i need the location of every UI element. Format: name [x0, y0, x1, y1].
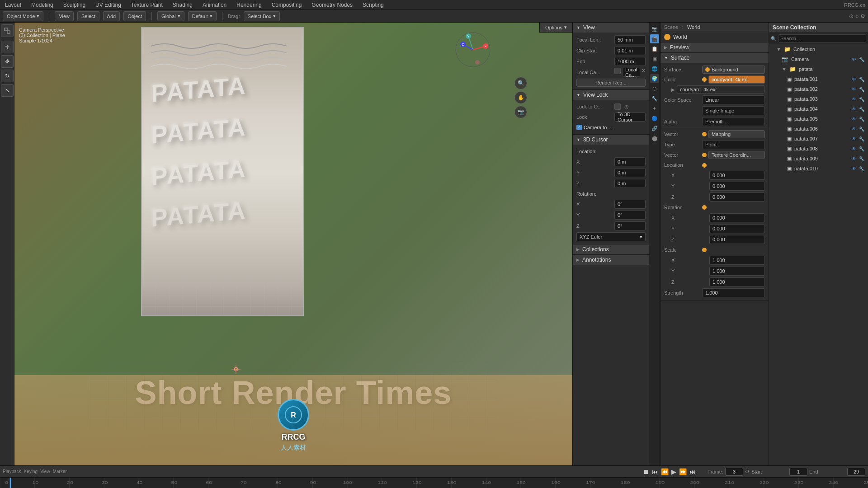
select-tool[interactable]: [1, 24, 14, 37]
lock-obj-pick[interactable]: ◎: [624, 104, 629, 110]
cursor-rz-value[interactable]: 0°: [614, 221, 646, 230]
scene-properties-icon[interactable]: 📷: [650, 24, 659, 33]
patata-006[interactable]: ▣ patata.006 👁 🔧: [769, 124, 868, 134]
view-lock-header[interactable]: ▼ View Lock: [573, 90, 649, 100]
patata-002[interactable]: ▣ patata.002 👁 🔧: [769, 84, 868, 94]
end-frame[interactable]: 29: [847, 468, 865, 476]
start-frame[interactable]: 1: [789, 468, 807, 476]
cursor-rx-value[interactable]: 0°: [614, 200, 646, 209]
lock-obj-checkbox[interactable]: [614, 103, 621, 110]
end-value[interactable]: 1000 m: [614, 57, 646, 66]
image-filename[interactable]: courtyard_4k.exr: [677, 85, 765, 94]
menu-modeling[interactable]: Modeling: [29, 1, 56, 9]
menu-texture-paint[interactable]: Texture Paint: [129, 1, 165, 9]
timeline-ruler[interactable]: 0 10 20 30 40 50 60 70 80 90 100 110 120: [0, 478, 868, 488]
material-icon[interactable]: ⬤: [650, 134, 659, 143]
cursor-y-value[interactable]: 0 m: [614, 168, 646, 177]
collection-patata-group[interactable]: ▼ 📁 patata: [769, 64, 868, 74]
menu-scripting[interactable]: Scripting: [360, 1, 386, 9]
timeline-view-btn[interactable]: View: [40, 469, 50, 474]
render-properties-icon[interactable]: 🎬: [650, 34, 659, 43]
viewport-gizmo[interactable]: Y X Z: [455, 32, 491, 68]
constraints-icon[interactable]: 🔗: [650, 124, 659, 133]
clip-start-value[interactable]: 0.01 m: [614, 46, 646, 55]
patata-003[interactable]: ▣ patata.003 👁 🔧: [769, 94, 868, 104]
pivot-dropdown[interactable]: Default ▾: [188, 11, 217, 21]
collections-header[interactable]: ▶ Collections: [573, 244, 649, 254]
scene-icon[interactable]: 🌐: [650, 64, 659, 73]
patata-010[interactable]: ▣ patata.010 👁 🔧: [769, 164, 868, 174]
view-header[interactable]: ▼ View: [573, 23, 649, 33]
move-tool[interactable]: ✥: [1, 55, 14, 68]
rot-z-value[interactable]: 0.000: [709, 235, 765, 244]
cursor-z-value[interactable]: 0 m: [614, 179, 646, 188]
camera-checkbox[interactable]: ✓: [576, 125, 582, 130]
local-cam-value[interactable]: Local Ca...: [622, 68, 640, 77]
rotate-tool[interactable]: ↻: [1, 70, 14, 82]
patata-008[interactable]: ▣ patata.008 👁 🔧: [769, 144, 868, 154]
alpha-value[interactable]: Premulti...: [702, 117, 765, 126]
modifier-icon[interactable]: 🔧: [650, 94, 659, 103]
type-value[interactable]: Point: [702, 140, 765, 149]
lock-cursor-value[interactable]: To 3D Cursor: [614, 113, 646, 122]
view-layer-icon[interactable]: ▣: [650, 54, 659, 63]
menu-rendering[interactable]: Rendering: [234, 1, 264, 9]
cursor-header[interactable]: ▼ 3D Cursor: [573, 135, 649, 145]
rot-x-value[interactable]: 0.000: [709, 213, 765, 222]
scale-y-value[interactable]: 1.000: [709, 267, 765, 276]
options-button[interactable]: Options ▾: [539, 23, 572, 33]
patata-001[interactable]: ▣ patata.001 👁 🔧: [769, 74, 868, 84]
orientation-dropdown[interactable]: Global ▾: [157, 11, 184, 21]
collection-camera[interactable]: 📷 Camera 👁 🔧: [769, 54, 868, 64]
loc-z-value[interactable]: 0.000: [709, 192, 765, 202]
focal-value[interactable]: 50 mm: [614, 35, 646, 44]
orbit-btn[interactable]: ✋: [514, 91, 527, 104]
menu-geometry-nodes[interactable]: Geometry Nodes: [309, 1, 355, 9]
patata-009[interactable]: ▣ patata.009 👁 🔧: [769, 154, 868, 164]
surface-background-dropdown[interactable]: Background: [702, 66, 765, 74]
particles-icon[interactable]: ✦: [650, 104, 659, 113]
select-menu[interactable]: Select: [77, 11, 99, 21]
collection-collection[interactable]: ▼ 📁 Collection: [769, 44, 868, 54]
single-image-value[interactable]: Single Image: [702, 106, 765, 115]
world-breadcrumb[interactable]: World: [687, 24, 700, 30]
object-mode-dropdown[interactable]: Object Mode ▾: [3, 11, 43, 21]
camera-nav-btn[interactable]: 📷: [514, 106, 527, 118]
step-fwd-btn[interactable]: ⏩: [679, 468, 687, 475]
zoom-btn[interactable]: 🔍: [514, 77, 527, 89]
render-reg-btn[interactable]: Render Reg...: [576, 79, 646, 87]
local-cam-checkbox[interactable]: [614, 68, 621, 74]
rot-y-value[interactable]: 0.000: [709, 224, 765, 233]
strength-value[interactable]: 1.000: [702, 288, 765, 297]
output-properties-icon[interactable]: 📋: [650, 44, 659, 53]
loc-y-value[interactable]: 0.000: [709, 182, 765, 191]
marker-btn[interactable]: Marker: [53, 469, 67, 474]
step-back-btn[interactable]: ⏪: [661, 468, 669, 475]
select-mode-dropdown[interactable]: Select Box ▾: [244, 11, 280, 21]
local-cam-close[interactable]: ✕: [642, 68, 646, 77]
menu-shading[interactable]: Shading: [170, 1, 195, 9]
texture-coord-dropdown[interactable]: Texture Coordin...: [708, 151, 765, 159]
scale-z-value[interactable]: 1.000: [709, 277, 765, 286]
cursor-tool[interactable]: ✛: [1, 41, 14, 53]
preview-header[interactable]: ▶ Preview: [660, 42, 769, 52]
world-icon[interactable]: 🌍: [650, 74, 659, 83]
loc-x-value[interactable]: 0.000: [709, 171, 765, 180]
cursor-ry-value[interactable]: 0°: [614, 211, 646, 220]
skip-fwd-btn[interactable]: ⏭: [689, 468, 696, 475]
color-value[interactable]: courtyard_4k.ex: [708, 75, 765, 84]
scale-tool[interactable]: ⤡: [1, 84, 14, 97]
xyz-euler-dropdown[interactable]: XYZ Euler ▾: [576, 232, 646, 241]
play-btn[interactable]: ▶: [671, 468, 676, 475]
surface-header[interactable]: ▼ Surface: [660, 53, 769, 63]
annotations-header[interactable]: ▶ Annotations: [573, 255, 649, 265]
viewport-area[interactable]: PATATA PATATA PATATA PATATA: [14, 23, 572, 465]
menu-sculpting[interactable]: Sculpting: [61, 1, 88, 9]
mapping-dropdown[interactable]: Mapping: [708, 130, 765, 138]
object-menu[interactable]: Object: [123, 11, 146, 21]
patata-004[interactable]: ▣ patata.004 👁 🔧: [769, 104, 868, 114]
cursor-x-value[interactable]: 0 m: [614, 157, 646, 166]
collection-search-input[interactable]: [778, 34, 866, 42]
scale-x-value[interactable]: 1.000: [709, 256, 765, 265]
physics-icon[interactable]: 🔵: [650, 114, 659, 123]
